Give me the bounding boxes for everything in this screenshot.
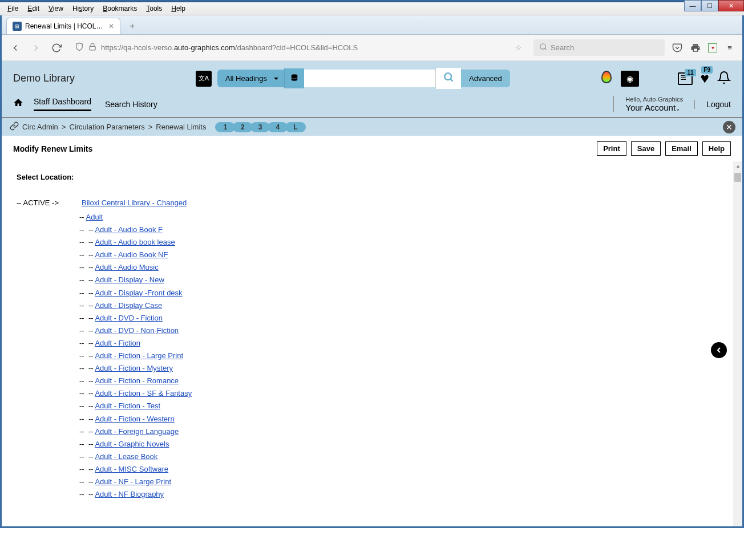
scrollbar[interactable]: ▴ (733, 161, 742, 526)
location-link[interactable]: Adult - Fiction - Large Print (95, 351, 183, 360)
hamburger-menu-icon[interactable]: ≡ (724, 42, 735, 54)
save-button[interactable]: Save (631, 141, 661, 156)
catalog-search-button[interactable] (435, 68, 461, 89)
email-button[interactable]: Email (665, 141, 698, 156)
location-link[interactable]: Adult - Audio book lease (95, 238, 175, 246)
browser-search-box[interactable]: Search (533, 39, 665, 56)
app-header: Demo Library 文A All Headings Advanced 11… (2, 61, 742, 96)
menu-edit[interactable]: Edit (23, 3, 44, 14)
location-link[interactable]: Adult - DVD - Fiction (95, 314, 162, 322)
svg-point-1 (540, 44, 545, 49)
tab-close-icon[interactable]: ✕ (108, 22, 114, 30)
location-link[interactable]: Adult - Graphic Novels (95, 440, 169, 448)
menu-file[interactable]: File (3, 3, 23, 14)
step-1[interactable]: 1 (215, 122, 235, 132)
tab-title: Renewal Limits | HCOLS | hcols (25, 22, 105, 30)
database-icon[interactable] (284, 68, 304, 88)
back-button[interactable] (9, 41, 22, 55)
pocket-icon[interactable] (672, 42, 683, 54)
notifications-icon[interactable] (717, 71, 731, 86)
catalog-search-input[interactable] (304, 70, 435, 87)
location-link[interactable]: Adult - Display Case (95, 301, 162, 310)
location-link[interactable]: Adult - Fiction - Mystery (95, 364, 173, 372)
step-L[interactable]: L (285, 122, 305, 132)
content-header: Modify Renew Limits Print Save Email Hel… (2, 136, 742, 161)
location-link[interactable]: Adult - Audio Book NF (95, 250, 168, 259)
window-maximize[interactable]: ☐ (701, 0, 718, 11)
step-2[interactable]: 2 (233, 122, 253, 132)
print-button[interactable]: Print (597, 141, 626, 156)
breadcrumb-item[interactable]: Circulation Parameters (69, 123, 144, 131)
menu-help[interactable]: Help (167, 3, 190, 14)
window-minimize[interactable]: — (684, 0, 701, 11)
home-icon[interactable] (13, 98, 23, 111)
step-3[interactable]: 3 (250, 122, 270, 132)
language-icon[interactable]: 文A (196, 71, 212, 87)
scroll-up-icon[interactable]: ▴ (734, 163, 741, 169)
location-link[interactable]: Adult - Display - New (95, 275, 164, 284)
advanced-search-button[interactable]: Advanced (461, 70, 510, 87)
chevron-down-icon: ⌄ (676, 105, 680, 112)
new-tab-button[interactable]: + (125, 19, 139, 34)
os-menu-bar: File Edit View History Bookmarks Tools H… (0, 2, 744, 15)
location-link[interactable]: Adult - Display -Front desk (95, 289, 182, 297)
tab-favicon: ⊞ (13, 22, 22, 31)
breadcrumb: Circ Admin > Circulation Parameters > Re… (2, 118, 742, 136)
nav-row: Staff Dashboard Search History Hello, Au… (2, 96, 742, 118)
svg-rect-0 (90, 46, 96, 50)
logout-link[interactable]: Logout (694, 100, 731, 109)
account-dropdown[interactable]: Hello, Auto-Graphics Your Account⌄ (613, 96, 683, 112)
nav-search-history[interactable]: Search History (105, 100, 157, 109)
browser-tab-bar: ⊞ Renewal Limits | HCOLS | hcols ✕ + (2, 15, 742, 35)
location-link[interactable]: Adult - Lease Book (95, 452, 157, 461)
hello-text: Hello, Auto-Graphics (625, 96, 683, 103)
location-link[interactable]: Adult - NF - Large Print (95, 477, 171, 486)
svg-point-4 (444, 73, 451, 80)
location-link[interactable]: Adult (86, 213, 103, 221)
extension-icon[interactable]: ▾ (708, 43, 717, 52)
location-link[interactable]: Adult - MISC Software (95, 465, 168, 473)
list-count-badge: 11 (685, 69, 696, 76)
location-link[interactable]: Adult - Foreign Language (95, 427, 179, 436)
location-link[interactable]: Adult - NF Biography (95, 490, 164, 498)
location-link[interactable]: Adult - Fiction - Western (95, 415, 174, 423)
location-link[interactable]: Adult - Fiction - Test (95, 401, 160, 410)
balloon-icon[interactable] (601, 71, 613, 87)
reload-button[interactable] (50, 41, 63, 55)
search-icon (539, 43, 547, 52)
browser-tab[interactable]: ⊞ Renewal Limits | HCOLS | hcols ✕ (6, 18, 120, 34)
shield-icon[interactable] (75, 42, 84, 53)
nav-staff-dashboard[interactable]: Staff Dashboard (34, 97, 91, 111)
location-link[interactable]: Adult - Audio Book F (95, 225, 163, 234)
window-close[interactable]: ✕ (718, 0, 744, 11)
location-link[interactable]: Adult - Audio Music (95, 263, 158, 271)
bookmark-star-icon[interactable]: ☆ (515, 43, 522, 52)
location-link-main[interactable]: Biloxi Central Library - Changed (82, 198, 187, 207)
menu-view[interactable]: View (44, 3, 68, 14)
breadcrumb-close-icon[interactable]: ✕ (723, 121, 735, 133)
browser-toolbar: https://qa-hcols-verso.auto-graphics.com… (2, 35, 742, 61)
location-link[interactable]: Adult - Fiction - Romance (95, 376, 179, 385)
menu-history[interactable]: History (68, 3, 98, 14)
svg-line-5 (450, 79, 452, 81)
my-lists-icon[interactable]: 11 (678, 72, 693, 85)
address-bar[interactable]: https://qa-hcols-verso.auto-graphics.com… (101, 43, 511, 52)
inspect-icon[interactable] (621, 71, 639, 87)
menu-bookmarks[interactable]: Bookmarks (98, 3, 141, 14)
side-panel-toggle[interactable] (711, 342, 727, 358)
breadcrumb-item[interactable]: Renewal Limits (156, 123, 206, 131)
step-4[interactable]: 4 (268, 122, 288, 132)
active-label: -- ACTIVE -> (17, 198, 59, 207)
print-icon[interactable] (690, 42, 701, 54)
favorites-icon[interactable]: ♥ F9 (701, 70, 709, 87)
lock-icon[interactable] (88, 43, 96, 52)
forward-button[interactable] (29, 41, 43, 55)
menu-tools[interactable]: Tools (141, 3, 167, 14)
scroll-thumb[interactable] (734, 173, 741, 182)
breadcrumb-item[interactable]: Circ Admin (22, 123, 58, 131)
headings-dropdown[interactable]: All Headings (217, 70, 284, 87)
help-button[interactable]: Help (702, 141, 731, 156)
location-link[interactable]: Adult - DVD - Non-Fiction (95, 326, 179, 335)
location-link[interactable]: Adult - Fiction (95, 339, 140, 347)
location-link[interactable]: Adult - Fiction - SF & Fantasy (95, 389, 192, 397)
